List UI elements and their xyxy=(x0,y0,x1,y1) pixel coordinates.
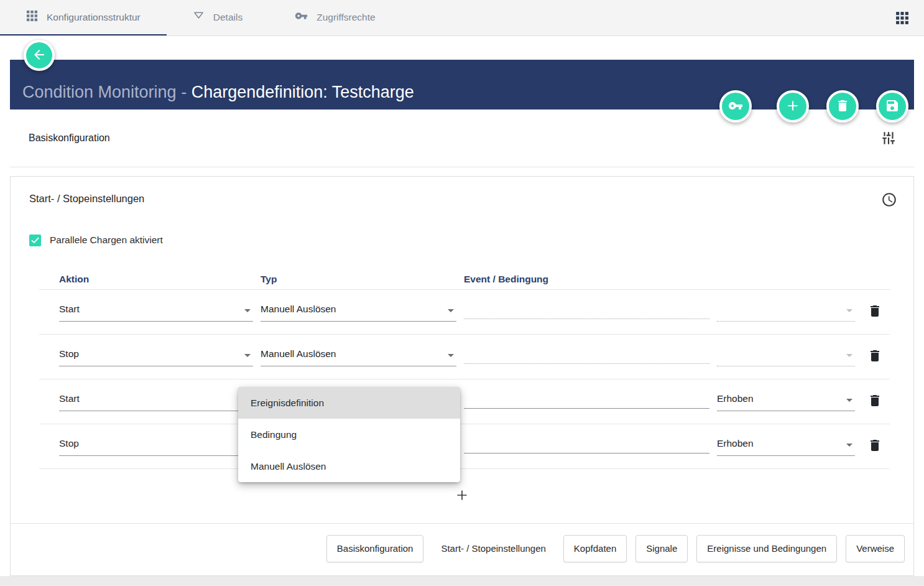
aktion-value: Stop xyxy=(59,348,79,360)
column-header-typ: Typ xyxy=(261,274,456,285)
chevron-down-icon xyxy=(448,309,454,312)
table-row: Stop Erhoben xyxy=(39,424,890,469)
delete-row-button[interactable] xyxy=(862,348,887,365)
chevron-down-icon xyxy=(846,444,852,447)
apps-grid-icon[interactable] xyxy=(895,11,909,25)
tab-label: Details xyxy=(213,12,243,23)
delete-row-button[interactable] xyxy=(862,393,887,410)
chevron-down-icon xyxy=(846,354,852,357)
grid-icon xyxy=(26,10,38,24)
top-tab-bar: Konfigurationsstruktur Details Zugriffsr… xyxy=(0,0,924,36)
table-row: Start Manuell Auslösen xyxy=(39,290,890,335)
checkbox-label: Parallele Chargen aktiviert xyxy=(50,235,163,246)
page-title: Condition Monitoring - Chargendefinition… xyxy=(22,83,414,102)
fab-toolbar xyxy=(702,90,908,123)
key-icon xyxy=(295,9,308,25)
nav-kopfdaten-button[interactable]: Kopfdaten xyxy=(563,535,627,562)
aktion-value: Start xyxy=(59,303,80,315)
table-header-row: Aktion Typ Event / Bedingung xyxy=(39,274,890,290)
event-bedingung-field[interactable] xyxy=(464,350,709,364)
add-row-area xyxy=(11,469,913,523)
column-header-event: Event / Bedingung xyxy=(464,274,709,285)
plus-icon xyxy=(454,487,470,505)
tab-label: Konfigurationsstruktur xyxy=(47,12,141,23)
add-row-button[interactable] xyxy=(454,487,470,505)
app-window: Konfigurationsstruktur Details Zugriffsr… xyxy=(0,0,924,586)
typ-dropdown-menu: Ereignisdefinition Bedingung Manuell Aus… xyxy=(238,387,460,482)
event-bedingung-field[interactable] xyxy=(464,440,709,453)
chevron-down-icon xyxy=(846,399,852,402)
typ-select[interactable]: Manuell Auslösen xyxy=(261,303,456,322)
tab-zugriffsrechte[interactable]: Zugriffsrechte xyxy=(269,0,401,35)
tab-konfigurationsstruktur[interactable]: Konfigurationsstruktur xyxy=(0,0,167,35)
extra-select[interactable] xyxy=(717,348,855,366)
delete-row-button[interactable] xyxy=(862,304,887,320)
delete-row-button[interactable] xyxy=(862,438,887,455)
start-stop-card: Start- / Stopeinstellungen Parallele Cha… xyxy=(10,176,914,576)
funnel-icon xyxy=(193,10,205,24)
event-bedingung-field[interactable] xyxy=(464,395,709,409)
tab-label: Zugriffsrechte xyxy=(316,12,375,23)
delete-fab[interactable] xyxy=(826,90,859,123)
parallel-charges-checkbox[interactable]: Parallele Chargen aktiviert xyxy=(29,234,895,246)
aktion-select[interactable]: Stop xyxy=(59,437,253,456)
trash-icon xyxy=(835,98,850,115)
aktion-select[interactable]: Stop xyxy=(59,348,253,366)
trash-icon xyxy=(867,348,882,365)
section-title: Start- / Stopeinstellungen xyxy=(29,192,144,205)
chevron-down-icon xyxy=(244,309,251,312)
plus-icon xyxy=(785,98,801,116)
nav-basiskonfiguration-button[interactable]: Basiskonfiguration xyxy=(326,535,424,562)
typ-value: Manuell Auslösen xyxy=(261,303,336,315)
trash-icon xyxy=(867,304,882,320)
extra-select[interactable] xyxy=(717,303,855,322)
tab-details[interactable]: Details xyxy=(167,0,269,35)
back-button[interactable] xyxy=(24,40,55,71)
save-fab[interactable] xyxy=(876,90,908,123)
dropdown-option-ereignisdefinition[interactable]: Ereignisdefinition xyxy=(238,387,460,419)
nav-start-stopeinstellungen-button[interactable]: Start- / Stopeinstellungen xyxy=(432,535,554,562)
chevron-down-icon xyxy=(846,309,852,312)
card-title-row: Start- / Stopeinstellungen xyxy=(11,177,913,208)
trash-icon xyxy=(867,393,882,410)
extra-value: Erhoben xyxy=(717,437,754,450)
save-icon xyxy=(885,98,900,115)
chevron-down-icon xyxy=(448,354,454,357)
nav-ereignisse-und-bedingungen-button[interactable]: Ereignisse und Bedingungen xyxy=(696,535,837,562)
section-nav-footer: Basiskonfiguration Start- / Stopeinstell… xyxy=(11,523,913,573)
checkbox-checked-icon xyxy=(29,235,41,246)
aktion-select[interactable]: Start xyxy=(59,303,253,322)
basiskonfiguration-label: Basiskonfiguration xyxy=(29,133,110,144)
chevron-down-icon xyxy=(244,354,251,357)
table-row: Start Erhoben xyxy=(39,379,890,424)
access-rights-fab[interactable] xyxy=(719,90,752,123)
trash-icon xyxy=(867,438,882,455)
key-icon xyxy=(728,98,743,115)
dropdown-option-bedingung[interactable]: Bedingung xyxy=(238,419,460,450)
typ-select[interactable]: Manuell Auslösen xyxy=(261,348,456,366)
extra-value: Erhoben xyxy=(717,393,754,405)
start-stop-table: Aktion Typ Event / Bedingung Start Manue… xyxy=(39,274,890,469)
extra-select[interactable]: Erhoben xyxy=(717,393,855,411)
page-title-main: Chargendefinition: Testcharge xyxy=(192,83,414,101)
clock-icon[interactable] xyxy=(881,192,897,208)
event-bedingung-field[interactable] xyxy=(464,305,709,319)
table-row: Stop Manuell Auslösen xyxy=(39,335,890,379)
nav-signale-button[interactable]: Signale xyxy=(635,535,688,562)
typ-value: Manuell Auslösen xyxy=(261,348,336,360)
page-title-prefix: Condition Monitoring - xyxy=(22,83,192,101)
column-header-aktion: Aktion xyxy=(59,274,253,285)
nav-verweise-button[interactable]: Verweise xyxy=(846,535,905,562)
aktion-select[interactable]: Start xyxy=(59,393,253,411)
dropdown-option-manuell-auslösen[interactable]: Manuell Auslösen xyxy=(238,450,460,482)
bottom-strip xyxy=(0,576,924,586)
add-fab[interactable] xyxy=(777,90,809,123)
extra-select[interactable]: Erhoben xyxy=(717,437,855,456)
sliders-icon[interactable] xyxy=(880,130,897,146)
aktion-value: Stop xyxy=(59,437,79,450)
aktion-value: Start xyxy=(59,393,80,405)
arrow-left-icon xyxy=(32,47,47,64)
